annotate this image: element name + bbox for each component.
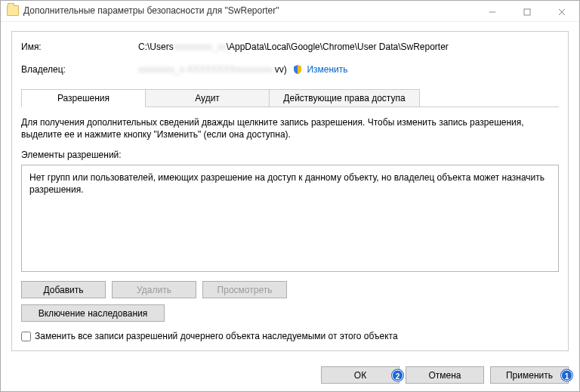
maximize-button[interactable] xyxy=(510,1,545,23)
owner-row: Владелец: xxxxxxxx_x-XXXXXXXXxxxxxxxx-vv… xyxy=(21,62,559,77)
name-row: Имя: C:\Users\xxxxxxxx_xx\AppData\Local\… xyxy=(21,39,559,54)
inner-panel: Имя: C:\Users\xxxxxxxx_xx\AppData\Local\… xyxy=(11,31,569,351)
content-area: Имя: C:\Users\xxxxxxxx_xx\AppData\Local\… xyxy=(1,22,579,359)
cancel-button[interactable]: Отмена xyxy=(406,366,484,384)
name-prefix: C:\Users xyxy=(138,42,174,52)
name-blurred: \xxxxxxxx_xx xyxy=(174,42,227,52)
window-title: Дополнительные параметры безопасности дл… xyxy=(23,5,279,16)
owner-value: xxxxxxxx_x-XXXXXXXXxxxxxxxx-vv) Изменить xyxy=(138,64,348,76)
titlebar: Дополнительные параметры безопасности дл… xyxy=(1,1,579,22)
change-owner-link[interactable]: Изменить xyxy=(307,64,347,75)
replace-checkbox[interactable] xyxy=(21,332,31,341)
help-text: Для получения дополнительных сведений дв… xyxy=(21,116,559,140)
name-value: C:\Users\xxxxxxxx_xx\AppData\Local\Googl… xyxy=(138,42,449,52)
permissions-list[interactable]: Нет групп или пользователей, имеющих раз… xyxy=(21,165,559,272)
name-suffix: \AppData\Local\Google\Chrome\User Data\S… xyxy=(227,42,449,52)
advanced-security-window: Дополнительные параметры безопасности дл… xyxy=(0,0,580,392)
add-button[interactable]: Добавить xyxy=(21,281,106,298)
svg-rect-1 xyxy=(524,9,530,15)
tabs: Разрешения Аудит Действующие права досту… xyxy=(21,89,559,107)
ok-button[interactable]: ОК 2 xyxy=(321,366,400,384)
replace-checkbox-row: Заменить все записи разрешений дочернего… xyxy=(21,331,559,341)
tab-audit[interactable]: Аудит xyxy=(145,89,270,106)
delete-button: Удалить xyxy=(112,281,196,298)
inherit-row: Включение наследования xyxy=(21,304,559,322)
owner-blurred: xxxxxxxx_x-XXXXXXXXxxxxxxxx- xyxy=(138,64,275,75)
permission-buttons-row: Добавить Удалить Просмотреть xyxy=(21,281,559,298)
shield-icon xyxy=(292,64,303,75)
annotation-badge-2: 2 xyxy=(392,369,403,381)
tab-effective-access[interactable]: Действующие права доступа xyxy=(269,89,420,106)
dialog-footer: ОК 2 Отмена Применить 1 xyxy=(1,359,579,391)
window-controls xyxy=(475,1,579,23)
annotation-badge-1: 1 xyxy=(561,369,572,381)
tab-permissions[interactable]: Разрешения xyxy=(21,89,146,107)
folder-icon xyxy=(7,5,19,16)
elements-label: Элементы разрешений: xyxy=(21,150,559,160)
view-button: Просмотреть xyxy=(202,281,287,298)
close-button[interactable] xyxy=(545,1,579,23)
minimize-button[interactable] xyxy=(475,1,510,23)
enable-inheritance-button[interactable]: Включение наследования xyxy=(21,304,165,322)
owner-label: Владелец: xyxy=(21,64,138,75)
name-label: Имя: xyxy=(21,42,138,52)
replace-checkbox-label[interactable]: Заменить все записи разрешений дочернего… xyxy=(35,331,398,341)
owner-suffix: vv) xyxy=(275,64,287,75)
apply-button[interactable]: Применить 1 xyxy=(490,366,569,384)
permissions-empty-text: Нет групп или пользователей, имеющих раз… xyxy=(29,172,545,195)
